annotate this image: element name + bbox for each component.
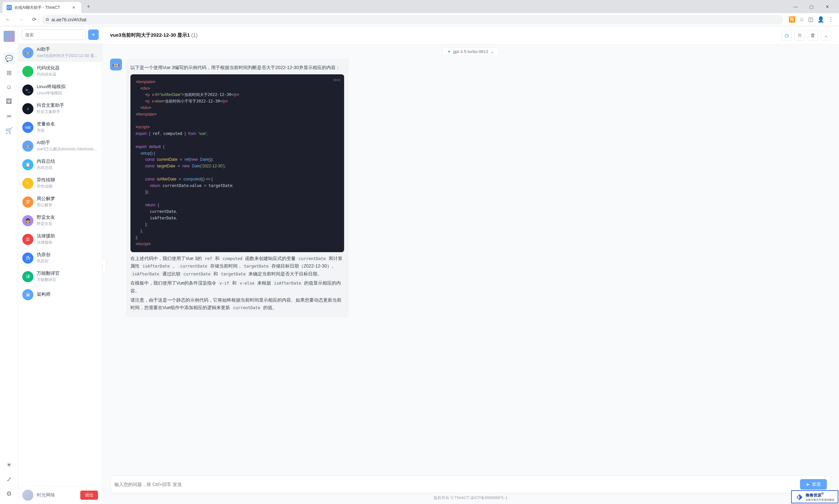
bookmark-icon[interactable]: ☆ (799, 16, 804, 23)
code-block: html<template> <div> <p v-if="isAfterDat… (130, 74, 344, 252)
conversation-avatar: >_ (22, 85, 33, 96)
close-window-icon[interactable]: ✕ (822, 4, 833, 9)
conversation-subtitle: 异性续聊 (37, 184, 98, 189)
conversation-item[interactable]: 👧 野蛮女友 野蛮女友 (18, 211, 102, 230)
conversation-item[interactable]: ♪ 抖音文案助手 抖音文案助手 (18, 99, 102, 118)
conversation-panel: + 🤖 AI助手 vue3当前时间大于2022-12-30 显示1 代码优化器 … (18, 26, 102, 504)
conversation-subtitle: 内容总结 (37, 165, 98, 170)
conversation-subtitle: 野蛮女友 (37, 221, 98, 227)
chat-main: vue3当前时间大于2022-12-30 显示1 (1) ◷ ⎘ 🗑 ⌄ ‹ ✶… (102, 26, 839, 504)
site-info-icon[interactable]: ⧉ (46, 17, 49, 22)
nav-forward-icon[interactable]: → (16, 14, 26, 25)
send-icon: ➤ (806, 482, 810, 487)
conversation-subtitle: vue3怎么解决devtools://devtools/bu (37, 146, 98, 152)
rail-explore-icon[interactable]: ☺ (3, 81, 15, 93)
sparkle-icon: ✶ (447, 49, 451, 54)
rail-cart-icon[interactable]: 🛒 (3, 124, 15, 136)
conversation-subtitle: 代码优化器 (37, 72, 98, 77)
expand-icon[interactable]: ⌄ (821, 30, 831, 41)
translate-icon[interactable]: 🈶 (788, 16, 796, 23)
window-controls: — ▢ ✕ (790, 4, 836, 9)
conversation-avatar: 梦 (22, 197, 33, 208)
maximize-icon[interactable]: ▢ (806, 4, 817, 9)
conversation-title: 代码优化器 (37, 65, 98, 71)
conversation-title: 万能翻译官 (37, 270, 98, 276)
conversation-subtitle: 伪原创 (37, 258, 98, 264)
conversation-avatar: 💛 (22, 178, 33, 189)
conversation-list: 🤖 AI助手 vue3当前时间大于2022-12-30 显示1 代码优化器 代码… (18, 43, 102, 486)
message-intro: 以下是一个使用Vue 3编写的示例代码，用于根据当前时间判断是否大于2022-1… (130, 64, 344, 72)
footer-avatar[interactable] (22, 490, 33, 501)
message-body: 以下是一个使用Vue 3编写的示例代码，用于根据当前时间判断是否大于2022-1… (126, 59, 349, 317)
conversation-avatar: 🤖 (22, 141, 33, 151)
tab-close-icon[interactable]: ✕ (70, 4, 77, 11)
conversation-item[interactable]: >_ Linux终端模拟 Linux终端模拟 (18, 80, 102, 99)
conversation-item[interactable]: ⚖ 法律援助 法律援助 (18, 230, 102, 249)
new-conversation-button[interactable]: + (88, 30, 99, 40)
rail-settings-icon[interactable]: ⚙ (3, 488, 15, 500)
message-paragraph: 在模板中，我们使用了Vue的条件渲染指令 v-if 和 v-else 来根据 i… (130, 280, 344, 295)
browser-tab[interactable]: CT 在线AI聊天助手 - ThinkCT ✕ (3, 2, 81, 13)
minimize-icon[interactable]: — (790, 4, 801, 9)
history-icon[interactable]: ◷ (781, 30, 792, 41)
conversation-title: AI助手 (37, 47, 98, 52)
panel-collapse-handle[interactable]: ‹ (102, 258, 106, 272)
profile-icon[interactable]: 👤 (817, 16, 824, 23)
rail-collapse-icon[interactable]: ⤢ (3, 473, 15, 485)
conversation-item[interactable]: 🤖 AI助手 vue3当前时间大于2022-12-30 显示1 (18, 43, 102, 62)
sidepanel-icon[interactable]: ◫ (808, 16, 814, 23)
message-input[interactable] (115, 482, 796, 487)
user-avatar[interactable] (4, 31, 15, 42)
conversation-subtitle: 法律援助 (37, 240, 98, 245)
browser-toolbar: ← → ⟳ ⧉ ai.ae76.cn/#/chat 🈶 ☆ ◫ 👤 ⋮ (0, 13, 839, 26)
conversation-avatar: 译 (22, 271, 33, 282)
conversation-item[interactable]: 梦 周公解梦 周公解梦 (18, 193, 102, 211)
rail-share-icon[interactable]: ⫘ (3, 110, 15, 122)
chat-title: vue3当前时间大于2022-12-30 显示1 (110, 32, 190, 38)
send-button[interactable]: ➤发送 (800, 479, 827, 490)
conversation-item[interactable]: 🏛 架构师 (18, 286, 102, 304)
left-rail: 💬 ⊞ ☺ 🖼 ⫘ 🛒 ☀ ⤢ ⚙ (0, 26, 18, 504)
conversation-item[interactable]: 伪 伪原创 伪原创 (18, 249, 102, 267)
new-tab-button[interactable]: + (84, 2, 93, 11)
conversation-item[interactable]: var 变量命名 充值 (18, 118, 102, 137)
conversation-title: 野蛮女友 (37, 215, 98, 220)
delete-icon[interactable]: 🗑 (807, 30, 818, 41)
watermark-badge: ⬗ 撸撸资源® 自撸互撸共享资源的殿堂 (791, 490, 838, 503)
export-icon[interactable]: ⎘ (794, 30, 805, 41)
chat-scroll-area[interactable]: ‹ ✶ gpt-3.5-turbo-0613 ⌄ 🤖 以下是一个使用Vue 3编… (102, 44, 839, 472)
rail-chat-icon[interactable]: 💬 (3, 52, 15, 64)
chat-count: (1) (191, 32, 198, 38)
conversation-item[interactable]: 代码优化器 代码优化器 (18, 62, 102, 80)
conversation-avatar: ⚖ (22, 234, 33, 245)
conversation-item[interactable]: 🤖 AI助手 vue3怎么解决devtools://devtools/bu (18, 137, 102, 155)
conversation-item[interactable]: 译 万能翻译官 万能翻译官 (18, 267, 102, 286)
url-field[interactable]: ⧉ ai.ae76.cn/#/chat (42, 15, 783, 24)
conversation-item[interactable]: 📋 内容总结 内容总结 (18, 155, 102, 174)
rail-gallery-icon[interactable]: 🖼 (3, 96, 15, 107)
logout-button[interactable]: 退出 (80, 490, 98, 500)
nav-back-icon[interactable]: ← (3, 14, 13, 25)
conversation-subtitle: 充值 (37, 128, 98, 133)
conversation-title: 变量命名 (37, 121, 98, 127)
search-input[interactable] (22, 30, 86, 40)
conversation-avatar: 🏛 (22, 289, 33, 300)
conversation-title: 异性续聊 (37, 177, 98, 183)
rail-apps-icon[interactable]: ⊞ (3, 67, 15, 78)
nav-reload-icon[interactable]: ⟳ (29, 14, 39, 25)
rail-theme-icon[interactable]: ☀ (3, 459, 15, 471)
model-selector[interactable]: ✶ gpt-3.5-turbo-0613 ⌄ (442, 47, 499, 56)
model-name: gpt-3.5-turbo-0613 (453, 49, 488, 54)
conversation-title: AI助手 (37, 140, 98, 146)
chevron-down-icon: ⌄ (490, 49, 494, 54)
message-paragraph: 请注意，由于这是一个静态的示例代码，它将始终根据当前时间显示相应的内容。如果您要… (130, 296, 344, 312)
assistant-avatar: 🤖 (110, 59, 122, 70)
browser-menu-icon[interactable]: ⋮ (828, 16, 834, 23)
conversation-item[interactable]: 💛 异性续聊 异性续聊 (18, 174, 102, 193)
conversation-avatar: 🤖 (22, 47, 33, 58)
watermark-logo-icon: ⬗ (795, 492, 804, 501)
conversation-avatar: 👧 (22, 215, 33, 226)
conversation-subtitle: vue3当前时间大于2022-12-30 显示1 (37, 53, 98, 59)
input-zone: ➤发送 版权所有 © ThinkCT 渝ICP备8888888号-1 (102, 472, 839, 504)
conversation-avatar: var (22, 122, 33, 133)
